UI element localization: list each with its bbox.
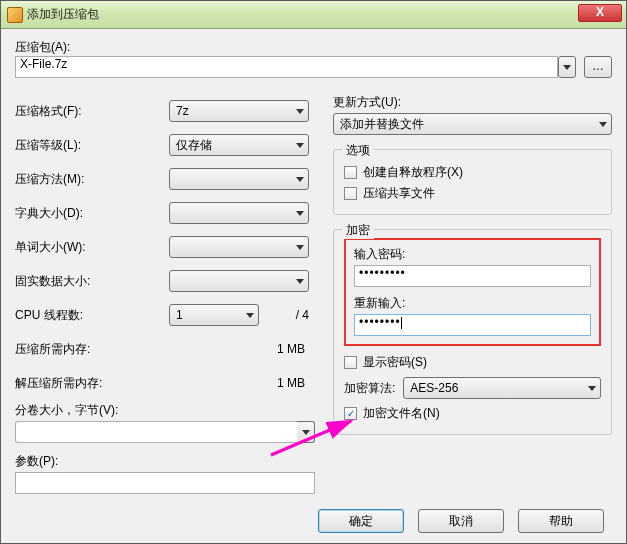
chevron-down-icon xyxy=(588,386,596,391)
password2-input[interactable]: •••••••• xyxy=(354,314,591,336)
encryption-group: 加密 输入密码: ••••••••• 重新输入: •••••••• 显示 xyxy=(333,229,612,435)
titlebar[interactable]: 添加到压缩包 X xyxy=(1,1,626,29)
archive-dropdown-button[interactable] xyxy=(558,56,576,78)
share-checkbox[interactable] xyxy=(344,187,357,200)
chevron-down-icon xyxy=(302,430,310,435)
sfx-label: 创建自释放程序(X) xyxy=(363,164,463,181)
dict-label: 字典大小(D): xyxy=(15,205,169,222)
level-label: 压缩等级(L): xyxy=(15,137,169,154)
password-highlight-box: 输入密码: ••••••••• 重新输入: •••••••• xyxy=(344,238,601,346)
chevron-down-icon xyxy=(296,211,304,216)
right-column: 更新方式(U): 添加并替换文件 选项 创建自释放程序(X) 压缩共享文件 xyxy=(333,94,612,494)
ok-button[interactable]: 确定 xyxy=(318,509,404,533)
chevron-down-icon xyxy=(296,245,304,250)
mem-decomp-label: 解压缩所需内存: xyxy=(15,375,169,392)
password-label: 输入密码: xyxy=(354,246,591,263)
method-combo[interactable] xyxy=(169,168,309,190)
format-label: 压缩格式(F): xyxy=(15,103,169,120)
cpu-total: / 4 xyxy=(259,308,315,322)
chevron-down-icon xyxy=(563,65,571,70)
show-password-checkbox[interactable] xyxy=(344,356,357,369)
password-input[interactable]: ••••••••• xyxy=(354,265,591,287)
close-icon: X xyxy=(596,5,604,19)
close-button[interactable]: X xyxy=(578,4,622,22)
mem-decomp-value: 1 MB xyxy=(169,376,309,390)
chevron-down-icon xyxy=(246,313,254,318)
level-combo[interactable]: 仅存储 xyxy=(169,134,309,156)
enc-alg-combo[interactable]: AES-256 xyxy=(403,377,601,399)
chevron-down-icon xyxy=(599,122,607,127)
params-label: 参数(P): xyxy=(15,453,315,470)
dialog-window: 添加到压缩包 X 压缩包(A): X-File.7z … 压缩格式(F): 7z xyxy=(0,0,627,544)
window-title: 添加到压缩包 xyxy=(27,6,99,23)
encrypt-names-label: 加密文件名(N) xyxy=(363,405,440,422)
sfx-checkbox[interactable] xyxy=(344,166,357,179)
split-label: 分卷大小，字节(V): xyxy=(15,402,315,419)
update-label: 更新方式(U): xyxy=(333,94,612,111)
dialog-buttons: 确定 取消 帮助 xyxy=(15,499,612,535)
left-column: 压缩格式(F): 7z 压缩等级(L): 仅存储 压缩方法(M): xyxy=(15,94,315,494)
cancel-button[interactable]: 取消 xyxy=(418,509,504,533)
word-combo[interactable] xyxy=(169,236,309,258)
archive-name-input[interactable]: X-File.7z xyxy=(15,56,558,78)
split-dropdown[interactable] xyxy=(297,421,315,443)
app-icon xyxy=(7,7,23,23)
dialog-body: 压缩包(A): X-File.7z … 压缩格式(F): 7z xyxy=(1,29,626,543)
chevron-down-icon xyxy=(296,143,304,148)
share-label: 压缩共享文件 xyxy=(363,185,435,202)
enc-alg-label: 加密算法: xyxy=(344,380,395,397)
encrypt-names-checkbox[interactable]: ✓ xyxy=(344,407,357,420)
word-label: 单词大小(W): xyxy=(15,239,169,256)
options-group: 选项 创建自释放程序(X) 压缩共享文件 xyxy=(333,149,612,215)
help-button[interactable]: 帮助 xyxy=(518,509,604,533)
encryption-legend: 加密 xyxy=(342,222,374,239)
method-label: 压缩方法(M): xyxy=(15,171,169,188)
update-combo[interactable]: 添加并替换文件 xyxy=(333,113,612,135)
cpu-combo[interactable]: 1 xyxy=(169,304,259,326)
archive-label: 压缩包(A): xyxy=(15,39,612,56)
solid-combo[interactable] xyxy=(169,270,309,292)
solid-label: 固实数据大小: xyxy=(15,273,169,290)
format-combo[interactable]: 7z xyxy=(169,100,309,122)
browse-button[interactable]: … xyxy=(584,56,612,78)
dict-combo[interactable] xyxy=(169,202,309,224)
cpu-label: CPU 线程数: xyxy=(15,307,169,324)
chevron-down-icon xyxy=(296,109,304,114)
options-legend: 选项 xyxy=(342,142,374,159)
mem-comp-label: 压缩所需内存: xyxy=(15,341,169,358)
password2-label: 重新输入: xyxy=(354,295,591,312)
params-input[interactable] xyxy=(15,472,315,494)
chevron-down-icon xyxy=(296,279,304,284)
show-password-label: 显示密码(S) xyxy=(363,354,427,371)
mem-comp-value: 1 MB xyxy=(169,342,309,356)
chevron-down-icon xyxy=(296,177,304,182)
split-input[interactable] xyxy=(15,421,297,443)
